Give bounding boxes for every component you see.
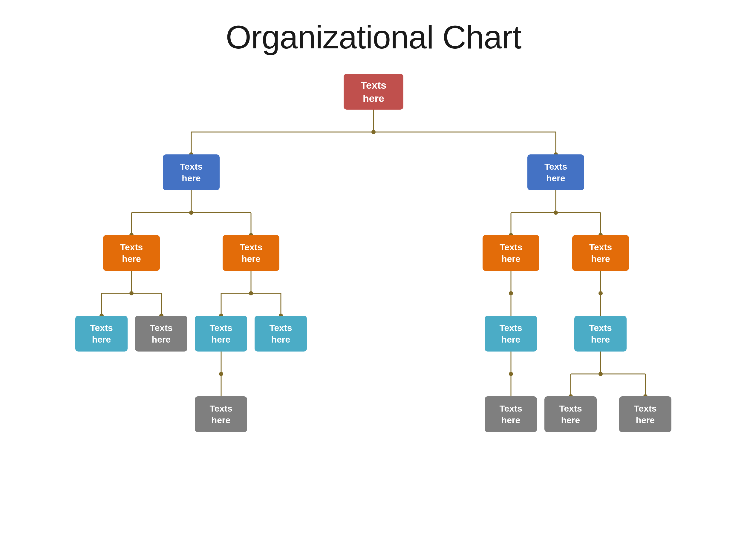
svg-point-42: [598, 291, 603, 295]
svg-point-36: [219, 372, 223, 376]
node-l3-c1[interactable]: Texts here: [485, 316, 537, 351]
svg-point-47: [598, 372, 603, 376]
node-l1-left[interactable]: Texts here: [163, 154, 220, 190]
node-l2-d-label: Texts here: [589, 241, 612, 265]
node-l2-a-label: Texts here: [120, 241, 143, 265]
svg-point-38: [509, 291, 513, 295]
node-l4-d1[interactable]: Texts here: [544, 396, 597, 432]
svg-point-32: [249, 291, 253, 295]
node-l4-d1-label: Texts here: [559, 403, 582, 426]
node-l3-d1-label: Texts here: [589, 322, 612, 345]
node-l4-b1[interactable]: Texts here: [195, 396, 247, 432]
node-l3-a1-label: Texts here: [90, 322, 113, 345]
node-l3-b2-label: Texts here: [269, 322, 292, 345]
node-l3-b1-label: Texts here: [209, 322, 232, 345]
node-l1-right-label: Texts here: [544, 161, 567, 184]
svg-point-4: [371, 130, 376, 134]
node-l1-left-label: Texts here: [180, 161, 203, 184]
node-l3-a2-label: Texts here: [150, 322, 173, 345]
node-l2-c-label: Texts here: [499, 241, 522, 265]
node-l4-c1-label: Texts here: [499, 403, 522, 426]
node-l2-b[interactable]: Texts here: [223, 235, 279, 271]
svg-point-11: [189, 211, 193, 215]
svg-point-18: [554, 211, 558, 215]
node-l4-d2[interactable]: Texts here: [619, 396, 671, 432]
node-l3-b1[interactable]: Texts here: [195, 316, 247, 351]
node-l4-c1[interactable]: Texts here: [485, 396, 537, 432]
svg-point-25: [129, 291, 134, 295]
node-l4-b1-label: Texts here: [209, 403, 232, 426]
node-l4-d2-label: Texts here: [634, 403, 656, 426]
node-l3-a2[interactable]: Texts here: [135, 316, 187, 351]
node-l3-a1[interactable]: Texts here: [75, 316, 128, 351]
node-l3-c1-label: Texts here: [499, 322, 522, 345]
page-title: Organizational Chart: [226, 18, 521, 56]
node-l2-d[interactable]: Texts here: [572, 235, 629, 271]
node-l3-b2[interactable]: Texts here: [255, 316, 307, 351]
node-l2-b-label: Texts here: [240, 241, 262, 265]
node-l1-right[interactable]: Texts here: [527, 154, 584, 190]
node-l2-c[interactable]: Texts here: [483, 235, 539, 271]
node-l2-a[interactable]: Texts here: [103, 235, 160, 271]
svg-point-40: [509, 372, 513, 376]
org-chart: Texts here Texts here Texts here Texts h…: [15, 74, 732, 560]
node-root-label: Texts here: [361, 79, 386, 105]
node-l3-d1[interactable]: Texts here: [574, 316, 626, 351]
node-root[interactable]: Texts here: [344, 74, 403, 110]
